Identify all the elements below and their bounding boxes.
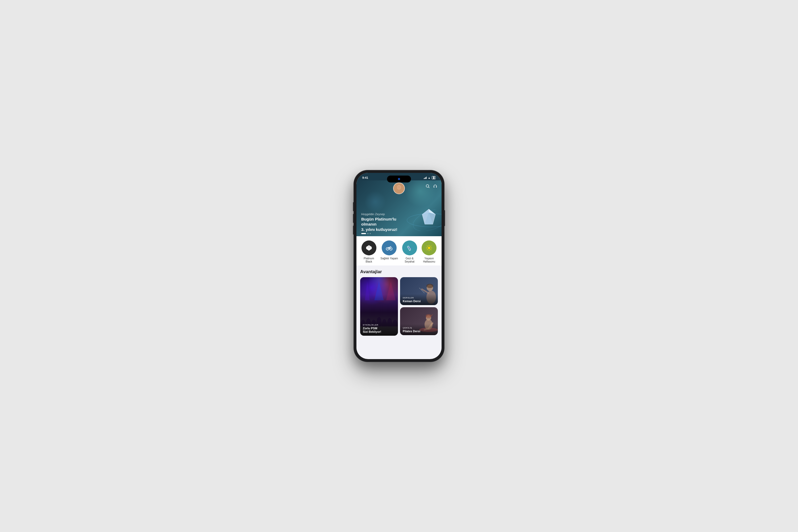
concert-card-tag: ETKİNLİKLER: [363, 324, 395, 326]
keman-card-overlay: DERSLER Keman Dersi: [400, 294, 438, 305]
pilates-card-title: Pilates Dersi: [403, 329, 435, 333]
dot-1: [367, 233, 368, 234]
time-display: 9:41: [362, 176, 368, 179]
svg-line-29: [388, 247, 389, 248]
svg-point-35: [428, 247, 431, 249]
category-saglikli-yasam[interactable]: Sağlıklı Yaşam: [380, 241, 398, 263]
gezi-seyahat-icon: [402, 241, 417, 255]
saglikli-yasam-icon: [382, 241, 397, 255]
svg-point-62: [425, 314, 432, 318]
hero-title: Bugün Platinum'lu olmanın3. yılını kutlu…: [361, 216, 406, 232]
svg-line-42: [431, 246, 431, 247]
phone-device: 9:41 ▲ ▓: [354, 170, 444, 362]
platinum-black-label: PlatinumBlack: [364, 257, 374, 263]
concert-card-title: Zorlu PSMSizi Bekliyor!: [363, 327, 395, 334]
hero-text: Hoşgeldin Zeynep Bugün Platinum'lu olman…: [361, 212, 437, 232]
phone-screen: 9:41 ▲ ▓: [357, 173, 441, 359]
yasasin-haftasonu-icon: [422, 241, 437, 255]
dynamic-island: [387, 175, 411, 183]
battery-icon: ▓: [432, 176, 436, 179]
svg-rect-7: [436, 187, 437, 188]
svg-marker-52: [374, 281, 384, 300]
avatar[interactable]: [393, 183, 405, 194]
status-icons: ▲ ▓: [424, 176, 436, 179]
keman-card-title: Keman Dersi: [403, 300, 435, 303]
right-column: DERSLER Keman Dersi: [400, 277, 438, 335]
camera-dot: [398, 178, 400, 180]
svg-rect-6: [434, 187, 434, 188]
svg-line-40: [427, 246, 428, 247]
wifi-icon: ▲: [428, 176, 431, 179]
pilates-card-tag: ÇEKİLİŞ: [403, 327, 435, 329]
main-content: PlatinumBlack: [357, 236, 441, 358]
avatar-container: [393, 183, 405, 194]
hero-banner: Hoşgeldin Zeynep Bugün Platinum'lu olman…: [357, 180, 441, 236]
card-pilates-dersi[interactable]: ÇEKİLİŞ Pilates Dersi: [400, 307, 438, 335]
headset-icon[interactable]: [433, 184, 437, 189]
bg-glow-2: [364, 191, 386, 212]
categories-row: PlatinumBlack: [357, 236, 441, 265]
category-yasasin-haftasonu[interactable]: YaşasınHaftasonu: [421, 241, 437, 263]
hero-actions: [425, 184, 437, 189]
dot-2: [370, 233, 371, 234]
category-platinum-black[interactable]: PlatinumBlack: [361, 241, 377, 263]
search-icon[interactable]: [425, 184, 430, 189]
card-etkinlikler[interactable]: ETKİNLİKLER Zorlu PSMSizi Bekliyor!: [360, 277, 398, 336]
yasasin-haftasonu-label: YaşasınHaftasonu: [423, 257, 435, 263]
card-keman-dersi[interactable]: DERSLER Keman Dersi: [400, 277, 438, 305]
hero-greeting: Hoşgeldin Zeynep: [361, 212, 437, 216]
signal-icon: [424, 176, 427, 179]
platinum-black-icon: [361, 241, 376, 255]
svg-line-5: [429, 187, 429, 188]
gezi-seyahat-label: Gezi &Seyahat: [404, 257, 414, 263]
category-gezi-seyahat[interactable]: Gezi &Seyahat: [402, 241, 418, 263]
svg-point-56: [426, 284, 433, 288]
concert-card-overlay: ETKİNLİKLER Zorlu PSMSizi Bekliyor!: [360, 321, 398, 336]
svg-line-43: [427, 249, 428, 250]
svg-point-3: [397, 186, 401, 189]
avantajlar-section: Avantajlar: [357, 265, 441, 339]
avantajlar-title: Avantajlar: [360, 269, 438, 274]
svg-line-41: [431, 249, 431, 250]
cards-grid: ETKİNLİKLER Zorlu PSMSizi Bekliyor!: [360, 277, 438, 337]
pilates-card-overlay: ÇEKİLİŞ Pilates Dersi: [400, 324, 438, 335]
stage-lights-svg: [360, 280, 398, 306]
keman-card-tag: DERSLER: [403, 297, 435, 299]
svg-marker-53: [386, 281, 396, 300]
pagination-dots: [361, 233, 371, 234]
svg-marker-51: [365, 281, 370, 300]
dot-active: [361, 233, 366, 234]
saglikli-yasam-label: Sağlıklı Yaşam: [380, 257, 398, 260]
